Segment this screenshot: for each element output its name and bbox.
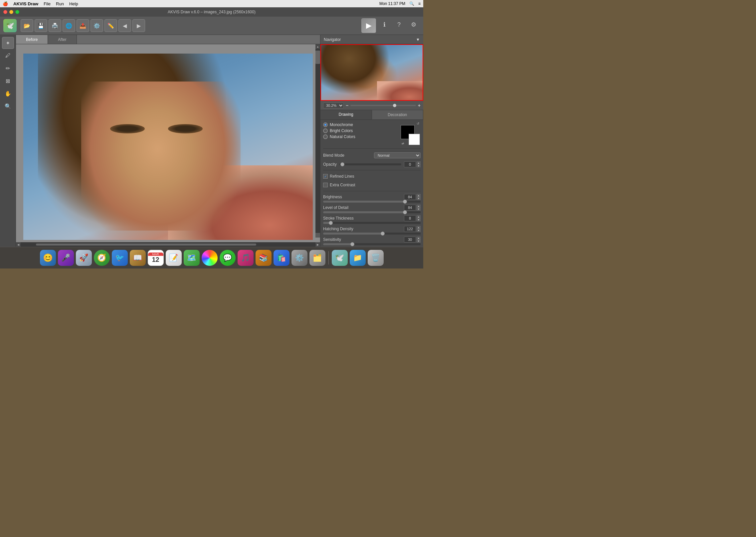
help-button[interactable]: ? (393, 18, 405, 31)
brightness-down[interactable]: ▼ (417, 197, 421, 200)
scroll-up-arrow[interactable]: ▲ (315, 44, 320, 49)
sensitivity-value[interactable]: 30 (404, 237, 416, 243)
app-settings-button[interactable]: ⚙ (407, 18, 420, 31)
maximize-button[interactable] (15, 10, 19, 14)
stroke-up[interactable]: ▲ (417, 215, 421, 218)
dock-finder2[interactable]: 📁 (349, 250, 366, 266)
opacity-value[interactable]: 0 (404, 161, 416, 167)
tab-before[interactable]: Before (16, 35, 48, 44)
dock-finder[interactable]: 😊 (40, 250, 56, 266)
dock-launchpad[interactable]: 🚀 (76, 250, 92, 266)
brightness-up[interactable]: ▲ (417, 194, 421, 197)
close-button[interactable] (3, 10, 7, 14)
h-scroll-track[interactable] (21, 244, 315, 246)
extra-contrast-checkbox[interactable] (323, 183, 328, 187)
sensitivity-up[interactable]: ▲ (417, 237, 421, 240)
dock-trash[interactable]: 🗑️ (367, 250, 384, 266)
opacity-up-arrow[interactable]: ▲ (417, 161, 421, 164)
crop-tool[interactable]: ⊠ (2, 75, 14, 87)
eraser-tool[interactable]: ✏ (2, 62, 14, 74)
refined-lines-checkbox[interactable]: ✓ (323, 174, 328, 179)
open-button[interactable]: 📂 (21, 19, 33, 32)
background-color-swatch[interactable] (409, 134, 420, 145)
save2-button[interactable]: 📤 (77, 19, 89, 32)
menu-list-icon[interactable]: ≡ (418, 1, 421, 6)
menu-file[interactable]: File (44, 1, 51, 6)
minimize-button[interactable] (9, 10, 13, 14)
zoom-slider-thumb[interactable] (393, 104, 396, 107)
tab-drawing[interactable]: Drawing (320, 110, 372, 119)
dock-akvis[interactable]: 🕊️ (331, 250, 348, 266)
dock-siri[interactable]: 🎤 (58, 250, 74, 266)
radio-bright-colors[interactable]: Bright Colors (323, 128, 398, 133)
open2-button[interactable]: 🌐 (63, 19, 75, 32)
dock-appstore[interactable]: 🛍️ (273, 250, 290, 266)
blend-mode-select[interactable]: Normal (374, 152, 421, 158)
dock-filemanager[interactable]: 🗂️ (309, 250, 326, 266)
scroll-thumb[interactable] (315, 51, 320, 64)
print-button[interactable]: 🖨️ (49, 19, 61, 32)
sensitivity-thumb[interactable] (350, 242, 354, 246)
lod-up[interactable]: ▲ (417, 205, 421, 208)
hatching-value[interactable]: 122 (404, 226, 416, 232)
run-button[interactable]: ▶ (361, 18, 376, 33)
lod-track[interactable] (323, 211, 421, 213)
dock-maps[interactable]: 🗺️ (183, 250, 200, 266)
hand-tool[interactable]: ✋ (2, 88, 14, 99)
brush-tool[interactable]: 🖊 (2, 50, 14, 62)
stroke-thumb[interactable] (329, 221, 333, 225)
opacity-slider[interactable] (339, 163, 401, 165)
canvas-wrapper[interactable]: ▲ ▼ (16, 44, 320, 242)
sensitivity-track[interactable] (323, 243, 421, 245)
stroke-down[interactable]: ▼ (417, 218, 421, 221)
edit-button[interactable]: ✏️ (104, 19, 117, 32)
brightness-value[interactable]: 84 (404, 194, 416, 200)
settings-button[interactable]: ⚙️ (91, 19, 103, 32)
stroke-value[interactable]: 8 (404, 215, 416, 221)
zoom-select[interactable]: 30.2% (323, 102, 344, 108)
back-button[interactable]: ◀ (118, 19, 131, 32)
hatching-up[interactable]: ▲ (417, 226, 421, 229)
zoom-plus-button[interactable]: + (418, 103, 421, 108)
lod-thumb[interactable] (403, 210, 407, 214)
menu-spotlight-icon[interactable]: 🔍 (409, 1, 414, 6)
dock-safari[interactable]: 🧭 (94, 250, 110, 266)
select-tool[interactable]: ✦ (2, 37, 14, 49)
apple-menu[interactable]: 🍎 (3, 1, 8, 6)
dock-music[interactable]: 🎵 (237, 250, 254, 266)
dock-books[interactable]: 📚 (255, 250, 272, 266)
brightness-track[interactable] (323, 201, 421, 203)
opacity-down-arrow[interactable]: ▼ (417, 164, 421, 167)
canvas-scrollbar-vertical[interactable]: ▲ ▼ (315, 44, 320, 238)
info-button[interactable]: ℹ (378, 18, 391, 31)
dock-notes[interactable]: 📖 (129, 250, 146, 266)
dock-calendar[interactable]: MAR 12 (147, 250, 164, 266)
hatching-thumb[interactable] (381, 232, 385, 236)
scroll-left-arrow[interactable]: ◀ (16, 242, 21, 247)
zoom-slider[interactable] (350, 105, 416, 106)
menu-help[interactable]: Help (69, 1, 78, 6)
lod-value[interactable]: 84 (404, 205, 416, 211)
dock-photos[interactable] (201, 250, 218, 266)
radio-monochrome[interactable]: Monochrome (323, 122, 398, 127)
dock-settings[interactable]: ⚙️ (291, 250, 308, 266)
lod-down[interactable]: ▼ (417, 208, 421, 211)
scroll-right-arrow[interactable]: ▶ (315, 242, 320, 247)
hatching-down[interactable]: ▼ (417, 229, 421, 232)
color-reset-button[interactable]: ↺ (417, 122, 421, 126)
h-scroll-thumb[interactable] (36, 244, 256, 246)
tab-decoration[interactable]: Decoration (372, 110, 424, 119)
radio-natural-colors[interactable]: Natural Colors (323, 134, 398, 139)
hatching-track[interactable] (323, 233, 421, 235)
sensitivity-down[interactable]: ▼ (417, 240, 421, 243)
navigator-header[interactable]: Navigator ▼ (320, 35, 423, 44)
dock-mail[interactable]: 🐦 (111, 250, 128, 266)
opacity-thumb[interactable] (340, 162, 344, 166)
zoom-tool[interactable]: 🔍 (2, 100, 14, 112)
dock-reminders[interactable]: 📝 (165, 250, 182, 266)
brightness-thumb[interactable] (403, 200, 407, 204)
save-before-button[interactable]: 💾 (35, 19, 47, 32)
menu-run[interactable]: Run (56, 1, 64, 6)
tab-after[interactable]: After (48, 35, 77, 44)
zoom-minus-button[interactable]: − (346, 103, 348, 108)
